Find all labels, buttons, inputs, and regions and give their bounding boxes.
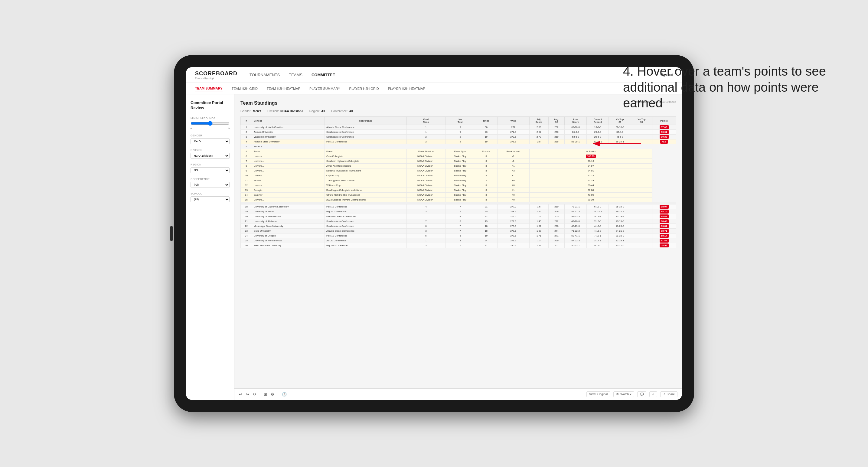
points-badge[interactable]: 79.5 — [660, 140, 668, 144]
cell-vs50 — [631, 234, 652, 238]
table-row[interactable]: 18 University of California, Berkeley Pa… — [241, 205, 676, 209]
cell-conference: Pac-12 Conference — [325, 205, 407, 209]
report-content: Team Standings Update time: 13/03/2024 1… — [235, 94, 682, 388]
points-badge[interactable]: 58.14 — [660, 234, 669, 238]
tooltip-points-value: 50-44 — [588, 184, 594, 187]
cell-points[interactable]: 97.02 — [652, 125, 676, 130]
undo-icon[interactable]: ↩ — [239, 392, 242, 397]
sidebar-region-label: Region — [190, 163, 229, 166]
tooltip-data-row: 10 Univers... Copper Cup NCAA Division I… — [241, 173, 676, 178]
cell-overall: 33-19-1 — [587, 139, 609, 144]
cell-school: University of Oregon — [252, 234, 324, 238]
col-wins: Wins — [497, 117, 529, 125]
cell-points[interactable]: 68.70 — [652, 209, 676, 214]
table-row[interactable]: 4 Arizona State University Pac-12 Confer… — [241, 139, 676, 144]
cell-points[interactable]: 61.89 — [652, 238, 676, 243]
cell-points[interactable]: 63.81 — [652, 224, 676, 229]
tooltip-data-row: 14 East Ter OFCC Fighting Illini Invitat… — [241, 193, 676, 197]
cell-points[interactable]: 68.07 — [652, 205, 676, 209]
cell-points[interactable]: 80.30 — [652, 134, 676, 139]
points-badge[interactable]: 97.02 — [660, 125, 669, 129]
settings-icon[interactable]: ⚙ — [271, 392, 274, 397]
redo-icon[interactable]: ↪ — [246, 392, 249, 397]
table-row[interactable]: 21 University of Alabama Southeastern Co… — [241, 219, 676, 224]
points-badge[interactable]: 63.81 — [660, 224, 669, 228]
points-badge[interactable]: 58.94 — [660, 244, 669, 247]
app-logo-sub: Powered by clippi — [195, 77, 238, 80]
nav-teams[interactable]: TEAMS — [289, 71, 303, 79]
main-content: Committee Portal Review Minimum Rounds 0… — [186, 94, 682, 400]
subnav-team-h2h-heatmap[interactable]: TEAM H2H HEATMAP — [267, 85, 300, 92]
cell-vs25: 32-19-2 — [609, 214, 631, 219]
cell-points[interactable]: 68.49 — [652, 214, 676, 219]
refresh-icon[interactable]: ↺ — [253, 392, 256, 397]
col-school: School — [252, 117, 324, 125]
nav-tournaments[interactable]: TOURNAMENTS — [249, 71, 280, 79]
table-row[interactable]: 26 The Ohio State University Big Ten Con… — [241, 243, 676, 248]
sidebar-min-rounds: Minimum Rounds 0 5 — [190, 117, 229, 130]
points-badge[interactable]: 80.30 — [660, 135, 669, 139]
cell-points[interactable]: 68.71 — [652, 229, 676, 234]
conference-select[interactable]: (All) — [190, 182, 229, 188]
cell-no-tour: 7 — [445, 243, 475, 248]
points-badge[interactable]: 61.89 — [660, 239, 669, 243]
copy-icon[interactable]: ⊞ — [264, 392, 267, 397]
tablet-frame: SCOREBOARD Powered by clippi TOURNAMENTS… — [174, 55, 694, 412]
points-badge[interactable]: 68.70 — [660, 210, 669, 214]
table-row[interactable]: 25 University of North Florida ASUN Conf… — [241, 238, 676, 243]
sidebar-min-rounds-label: Minimum Rounds — [190, 117, 229, 120]
cell-low-score: 42-20-0 — [565, 219, 587, 224]
cell-adj-score: 2.82 — [529, 130, 548, 134]
points-badge[interactable]: 68.07 — [660, 205, 669, 209]
subnav-player-h2h-grid[interactable]: PLAYER H2H GRID — [349, 85, 379, 92]
table-row[interactable]: 23 Duke University Atlantic Coast Confer… — [241, 229, 676, 234]
cell-vs25: 21-32-0 — [609, 234, 631, 238]
cell-adj-score: 2.86 — [529, 125, 548, 130]
subnav-team-summary[interactable]: TEAM SUMMARY — [195, 85, 223, 92]
cell-rnds: 21 — [475, 243, 497, 248]
expand-button[interactable]: ⤢ — [649, 392, 657, 397]
table-row[interactable]: 3 Vanderbilt University Southeastern Con… — [241, 134, 676, 139]
cell-points[interactable]: 79.5 — [652, 139, 676, 144]
points-badge[interactable]: 68.48 — [660, 219, 669, 223]
cell-points[interactable]: 58.14 — [652, 234, 676, 238]
subnav-player-summary[interactable]: PLAYER SUMMARY — [309, 85, 340, 92]
region-select[interactable]: N/A East West — [190, 167, 229, 173]
share-button[interactable]: ↗ Share — [660, 392, 678, 397]
cell-points[interactable]: 68.48 — [652, 219, 676, 224]
table-row[interactable]: 1 University of North Carolina Atlantic … — [241, 125, 676, 130]
points-badge[interactable]: 93.31 — [660, 130, 669, 134]
cell-vs50 — [631, 224, 652, 229]
cell-school: University of New Mexico — [252, 214, 324, 219]
cell-conference: Atlantic Coast Conference — [325, 229, 407, 234]
tooltip-points-value: 30-13 — [588, 160, 594, 162]
table-row[interactable]: 22 Mississippi State University Southeas… — [241, 224, 676, 229]
table-row[interactable]: 20 University of New Mexico Mountain Wes… — [241, 214, 676, 219]
subnav-player-h2h-heatmap[interactable]: PLAYER H2H HEATMAP — [388, 85, 425, 92]
table-row[interactable]: 19 University of Texas Big 12 Conference… — [241, 209, 676, 214]
cell-school: Mississippi State University — [252, 224, 324, 229]
table-row[interactable]: 5Texas T... — [241, 144, 676, 149]
conference-filter-label: Conference: — [331, 110, 347, 113]
cell-points[interactable]: 93.31 — [652, 130, 676, 134]
tooltip-data-row: 9 Univers... National Invitational Tourn… — [241, 168, 676, 173]
points-badge[interactable]: 68.71 — [660, 229, 669, 233]
gender-select[interactable]: Men's Women's — [190, 138, 229, 144]
watch-button[interactable]: 👁 Watch ▾ — [613, 392, 634, 397]
min-rounds-slider[interactable] — [190, 121, 229, 126]
nav-links: TOURNAMENTS TEAMS COMMITTEE — [249, 71, 655, 79]
subnav-team-h2h-grid[interactable]: TEAM H2H GRID — [232, 85, 258, 92]
nav-committee[interactable]: COMMITTEE — [311, 71, 335, 79]
clock-icon[interactable]: 🕐 — [282, 392, 287, 397]
watch-label: Watch — [620, 393, 629, 396]
table-row[interactable]: 2 Auburn University Southeastern Confere… — [241, 130, 676, 134]
division-select[interactable]: NCAA Division I NCAA Division II — [190, 153, 229, 159]
school-select[interactable]: (All) — [190, 196, 229, 203]
cell-rank: 1 — [241, 125, 252, 130]
points-badge[interactable]: 68.49 — [660, 214, 669, 218]
comment-button[interactable]: 💬 — [637, 392, 646, 397]
col-no-tour: NoTour — [445, 117, 475, 125]
view-original-button[interactable]: View: Original — [586, 392, 611, 397]
table-row[interactable]: 24 University of Oregon Pac-12 Conferenc… — [241, 234, 676, 238]
cell-points[interactable]: 58.94 — [652, 243, 676, 248]
